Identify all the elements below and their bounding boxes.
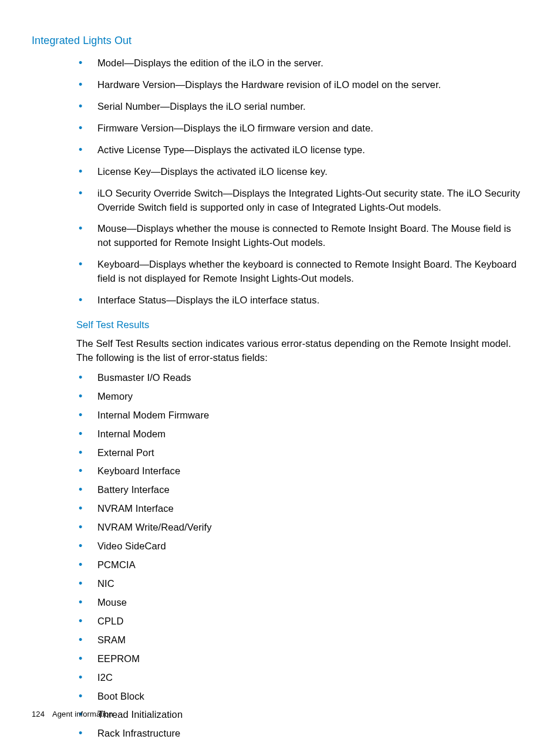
list-item: Hardware Version—Displays the Hardware r… [76, 78, 524, 92]
list-item: Thread Initialization [76, 708, 528, 722]
list-item: License Key—Displays the activated iLO l… [76, 165, 524, 179]
list-item: Keyboard Interface [76, 464, 528, 478]
list-item: Memory [76, 390, 528, 404]
list-item: Boot Block [76, 690, 528, 704]
ilo-field-list: Model—Displays the edition of the iLO in… [76, 56, 528, 308]
footer-section-label: Agent information [52, 710, 113, 718]
list-item: Model—Displays the edition of the iLO in… [76, 56, 524, 70]
list-item: External Port [76, 446, 528, 460]
list-item: Serial Number—Displays the iLO serial nu… [76, 100, 524, 114]
list-item: NIC [76, 577, 528, 591]
list-item: EEPROM [76, 652, 528, 666]
list-item: iLO Security Override Switch—Displays th… [76, 187, 524, 215]
list-item: Video SideCard [76, 539, 528, 553]
heading-integrated-lights-out: Integrated Lights Out [32, 33, 528, 48]
list-item: NVRAM Interface [76, 502, 528, 516]
list-item: NVRAM Write/Read/Verify [76, 521, 528, 535]
list-item: Busmaster I/O Reads [76, 371, 528, 385]
list-item: Battery Interface [76, 483, 528, 497]
list-item: Interface Status—Displays the iLO interf… [76, 293, 524, 308]
list-item: Firmware Version—Displays the iLO firmwa… [76, 121, 524, 136]
list-item: PCMCIA [76, 558, 528, 572]
list-item: CPLD [76, 615, 528, 629]
list-item: Keyboard—Displays whether the keyboard i… [76, 258, 524, 286]
self-test-list: Busmaster I/O Reads Memory Internal Mode… [76, 371, 528, 741]
list-item: Mouse [76, 596, 528, 610]
list-item: Rack Infrastructure [76, 727, 528, 741]
page-footer: 124 Agent information [32, 709, 113, 720]
page-number: 124 [32, 710, 45, 718]
heading-self-test-results: Self Test Results [76, 318, 528, 332]
list-item: SRAM [76, 633, 528, 647]
list-item: I2C [76, 671, 528, 685]
list-item: Internal Modem [76, 427, 528, 441]
self-test-intro: The Self Test Results section indicates … [76, 337, 524, 365]
list-item: Mouse—Displays whether the mouse is conn… [76, 222, 524, 250]
list-item: Internal Modem Firmware [76, 409, 528, 423]
list-item: Active License Type—Displays the activat… [76, 143, 524, 157]
page-content: Integrated Lights Out Model—Displays the… [0, 0, 560, 741]
